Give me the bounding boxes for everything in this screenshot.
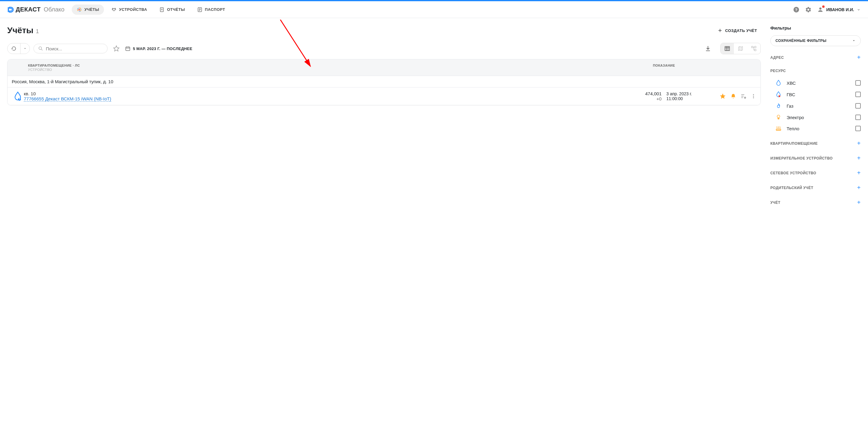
th-device: УСТРОЙСТВО — [28, 68, 622, 71]
saved-filters-dropdown[interactable]: СОХРАНЁННЫЕ ФИЛЬТРЫ — [770, 35, 861, 46]
filters-title: Фильтры — [770, 25, 861, 30]
checkbox[interactable] — [855, 126, 861, 131]
bell-icon[interactable] — [730, 93, 736, 99]
view-table[interactable] — [721, 43, 734, 54]
filter-address-label: АДРЕС — [770, 56, 784, 60]
add-apartment-icon[interactable]: + — [857, 140, 861, 147]
settings-icon[interactable] — [805, 6, 812, 13]
filter-parent-label: РОДИТЕЛЬСКИЙ УЧЁТ — [770, 186, 813, 190]
date-range-picker[interactable]: 5 МАР. 2023 Г. — ПОСЛЕДНЕЕ — [125, 44, 192, 54]
logo[interactable]: ДЕКАСТ Облако — [7, 6, 64, 13]
reading-date: 3 апр. 2023 г. — [666, 91, 716, 96]
filter-resource-label: РЕСУРС — [770, 69, 786, 73]
resource-gas[interactable]: Газ — [770, 100, 861, 112]
svg-point-4 — [113, 8, 115, 11]
filter-apartment-label: КВАРТИРА/ПОМЕЩЕНИЕ — [770, 141, 818, 146]
notification-dot — [822, 5, 825, 8]
resource-electro[interactable]: Электро — [770, 112, 861, 123]
plus-icon — [717, 28, 723, 33]
svg-point-38 — [778, 95, 780, 97]
user-name: ИВАНОВ И.И. — [827, 7, 855, 12]
create-button[interactable]: СОЗДАТЬ УЧЁТ — [714, 25, 761, 36]
reading-value: 474,001 — [631, 91, 661, 96]
svg-point-37 — [753, 97, 754, 98]
heat-icon — [775, 125, 782, 132]
edit-list-icon[interactable] — [741, 93, 747, 99]
calendar-icon — [125, 46, 130, 51]
reading-time: 11:00:00 — [666, 96, 716, 101]
checkbox[interactable] — [855, 92, 861, 97]
star-outline-icon — [113, 45, 120, 52]
reports-icon — [159, 7, 164, 12]
devices-icon — [111, 7, 117, 12]
nav-passport[interactable]: ПАСПОРТ — [192, 4, 230, 15]
add-address-icon[interactable]: + — [857, 54, 861, 61]
svg-rect-27 — [755, 47, 756, 48]
row-apartment: кв. 10 — [24, 91, 631, 96]
checkbox[interactable] — [855, 115, 861, 120]
checkbox[interactable] — [855, 103, 861, 109]
svg-rect-0 — [8, 7, 9, 12]
passport-icon — [197, 7, 203, 12]
view-tree[interactable] — [747, 43, 761, 54]
star-filled-icon[interactable] — [719, 93, 726, 99]
data-table: КВАРТИРА/ПОМЕЩЕНИЕ · ЛС УСТРОЙСТВО ПОКАЗ… — [7, 59, 761, 105]
more-vert-icon[interactable] — [751, 93, 756, 99]
electro-icon — [775, 114, 782, 121]
svg-point-14 — [819, 7, 821, 9]
row-device-link[interactable]: 77766655 Декаст ВСКМ-15 iWAN (NB-IoT) — [24, 96, 111, 102]
svg-rect-18 — [126, 47, 130, 51]
refresh-dropdown[interactable] — [21, 44, 30, 54]
download-button[interactable] — [703, 44, 713, 54]
resource-gvs[interactable]: ГВС — [770, 89, 861, 100]
add-meter-icon[interactable]: + — [857, 155, 861, 162]
checkbox[interactable] — [855, 80, 861, 86]
view-map[interactable] — [734, 43, 747, 54]
create-label: СОЗДАТЬ УЧЁТ — [725, 28, 757, 33]
nav-label: ПАСПОРТ — [205, 7, 225, 12]
svg-point-39 — [777, 115, 780, 118]
user-avatar-icon — [817, 6, 824, 13]
chevron-down-icon — [857, 7, 861, 12]
filter-meter-label: ИЗМЕРИТЕЛЬНОЕ УСТРОЙСТВО — [770, 156, 833, 161]
add-parent-icon[interactable]: + — [857, 184, 861, 191]
svg-line-17 — [41, 49, 42, 50]
svg-text:?: ? — [795, 7, 798, 12]
nav-label: УЧЁТЫ — [84, 7, 99, 12]
table-header: КВАРТИРА/ПОМЕЩЕНИЕ · ЛС УСТРОЙСТВО ПОКАЗ… — [7, 59, 761, 76]
nav-uchety[interactable]: УЧЁТЫ — [72, 4, 104, 15]
add-net-icon[interactable]: + — [857, 169, 861, 176]
search-input[interactable] — [46, 46, 103, 51]
th-apartment: КВАРТИРА/ПОМЕЩЕНИЕ · ЛС — [28, 64, 622, 67]
th-reading: ПОКАЗАНИЕ — [622, 64, 706, 71]
favorite-button[interactable] — [111, 44, 121, 54]
svg-rect-22 — [725, 47, 730, 50]
view-toggles — [720, 43, 761, 54]
logo-text: ДЕКАСТ — [16, 6, 41, 13]
nav-label: ОТЧЁТЫ — [167, 7, 185, 12]
reading-delta: +0 — [631, 96, 661, 101]
help-icon[interactable]: ? — [793, 6, 800, 13]
page-count: 1 — [36, 28, 39, 35]
caret-down-icon — [24, 47, 27, 50]
svg-rect-28 — [755, 50, 756, 51]
nav-ustroystva[interactable]: УСТРОЙСТВА — [106, 4, 152, 15]
filters-sidebar: Фильтры СОХРАНЁННЫЕ ФИЛЬТРЫ АДРЕС + РЕСУ… — [770, 25, 861, 212]
tree-icon — [751, 46, 757, 52]
svg-point-35 — [753, 94, 754, 95]
user-menu[interactable]: ИВАНОВ И.И. — [817, 6, 861, 13]
uchety-icon — [76, 7, 82, 12]
refresh-group — [7, 43, 30, 54]
date-range-label: 5 МАР. 2023 Г. — ПОСЛЕДНЕЕ — [133, 47, 192, 51]
nav-otchety[interactable]: ОТЧЁТЫ — [154, 4, 190, 15]
table-row: кв. 10 77766655 Декаст ВСКМ-15 iWAN (NB-… — [7, 87, 761, 105]
search-icon — [38, 46, 43, 51]
add-uchet-icon[interactable]: + — [857, 199, 861, 206]
table-icon — [724, 46, 730, 52]
svg-rect-26 — [752, 47, 753, 48]
resource-hvs[interactable]: ХВС — [770, 77, 861, 89]
svg-point-1 — [79, 9, 80, 10]
refresh-button[interactable] — [7, 44, 21, 54]
search-box[interactable] — [33, 44, 107, 53]
resource-teplo[interactable]: Тепло — [770, 123, 861, 134]
